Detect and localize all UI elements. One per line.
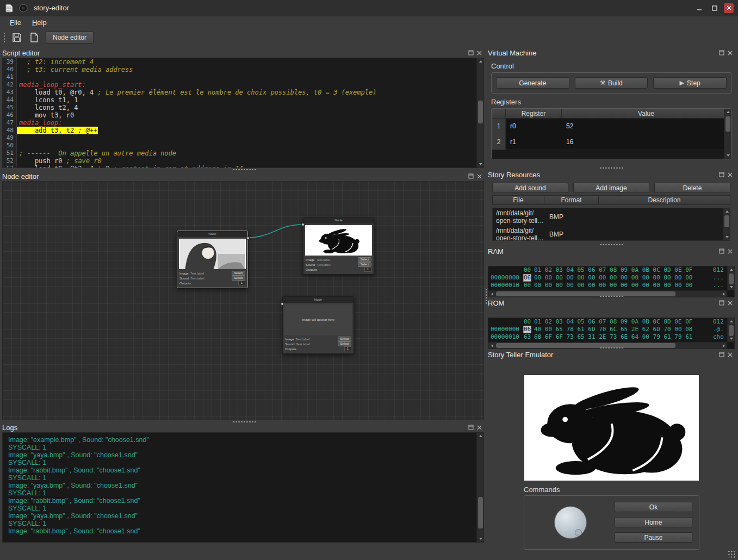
node-editor-toolbar-button[interactable]: Node editor — [46, 32, 94, 43]
script-editor-area[interactable]: 39 ; t2: increment 4 40 ; t3: current me… — [2, 58, 484, 168]
splitter-handle[interactable] — [599, 244, 623, 246]
app-record-icon — [18, 3, 28, 13]
close-panel-icon[interactable] — [476, 173, 482, 179]
node-outputs-label: Outputs — [179, 282, 191, 285]
title-bar: story-editor — [0, 0, 738, 16]
format-column-header[interactable]: Format — [544, 195, 599, 205]
float-panel-icon[interactable] — [718, 248, 724, 254]
float-panel-icon[interactable] — [468, 425, 474, 431]
pause-button[interactable]: Pause — [615, 532, 692, 543]
commands-group: Ok Home Pause — [524, 495, 699, 550]
splitter-handle[interactable] — [599, 295, 623, 297]
close-panel-icon[interactable] — [727, 248, 733, 254]
window-resize-grip[interactable] — [728, 550, 736, 558]
hex-row: 000000000640 00 65 78 61 6D 70 6C 65 2E … — [488, 326, 734, 333]
splitter-handle[interactable] — [232, 421, 256, 423]
log-line: SYSCALL: 1 — [8, 459, 483, 466]
node-canvas[interactable]: Node ImageTest.labelSelect SoundTest.lab… — [2, 181, 484, 420]
float-panel-icon[interactable] — [718, 172, 724, 178]
register-column-header[interactable]: Register — [506, 109, 562, 119]
close-panel-icon[interactable] — [727, 172, 733, 178]
rom-hex-view[interactable]: 0001 02 03 04 05 06 07 08 09 0A 0B 0C 0D… — [488, 318, 735, 349]
resource-row[interactable]: /mnt/data/git/ open-story-tell… BMP — [493, 208, 730, 226]
delete-button[interactable]: Delete — [654, 183, 730, 193]
value-column-header[interactable]: Value — [562, 109, 731, 119]
log-line: SYSCALL: 1 — [8, 489, 483, 497]
node-connection-wire — [3, 182, 483, 420]
node-image-label: Image — [306, 258, 315, 262]
code-line: 52 push r0 ; save r0 — [3, 157, 483, 165]
splitter-handle[interactable] — [599, 347, 623, 349]
log-line: Image: "rabbit.bmp" , Sound: "choose1.sn… — [8, 527, 483, 535]
add-sound-button[interactable]: Add sound — [492, 183, 568, 193]
menu-help[interactable]: Help — [28, 17, 51, 28]
add-image-button[interactable]: Add image — [573, 183, 649, 193]
media-node[interactable]: Node Image will appear here ImageTest.la… — [282, 296, 354, 354]
minimize-button[interactable] — [693, 3, 705, 13]
logs-vertical-scrollbar[interactable] — [476, 433, 483, 542]
ram-hex-view[interactable]: 0001 02 03 04 05 06 07 08 09 0A 0B 0C 0D… — [488, 266, 735, 297]
splitter-handle[interactable] — [599, 167, 623, 169]
node-outputs-spinner[interactable]: 1 — [364, 267, 371, 272]
rom-vertical-scrollbar[interactable] — [727, 318, 734, 342]
corner-header[interactable] — [492, 109, 506, 119]
node-outputs-spinner[interactable]: 1 — [344, 346, 351, 351]
panel-title: Script editor — [2, 49, 40, 57]
ok-button[interactable]: Ok — [615, 502, 692, 512]
node-outputs-spinner[interactable]: 1 — [238, 281, 245, 285]
code-line: 49 — [3, 134, 483, 142]
float-panel-icon[interactable] — [718, 352, 724, 358]
build-button[interactable]: ⚒Build — [575, 77, 648, 89]
select-sound-button[interactable]: Select — [232, 276, 245, 281]
logs-area[interactable]: Image: "example.bmp" , Sound: "choose1.s… — [2, 432, 484, 543]
close-panel-icon[interactable] — [727, 352, 733, 358]
description-column-header[interactable]: Description — [599, 195, 730, 205]
home-button[interactable]: Home — [615, 517, 692, 527]
menu-file[interactable]: File — [5, 17, 26, 28]
close-button[interactable] — [724, 3, 734, 13]
splitter-handle[interactable] — [485, 288, 487, 304]
close-panel-icon[interactable] — [727, 50, 733, 56]
script-vertical-scrollbar[interactable] — [476, 58, 483, 167]
selection-knob[interactable] — [554, 506, 587, 539]
generate-button[interactable]: Generate — [496, 77, 569, 89]
selected-byte[interactable]: 06 — [523, 274, 531, 282]
resource-row[interactable]: /mnt/data/git/ open-story-tell… BMP — [493, 226, 730, 241]
log-line: SYSCALL: 1 — [8, 444, 483, 451]
toolbar-grip[interactable] — [3, 32, 5, 43]
float-panel-icon[interactable] — [718, 50, 724, 56]
close-panel-icon[interactable] — [476, 425, 482, 431]
select-image-button[interactable]: Select — [358, 257, 371, 262]
knob-indicator — [575, 529, 582, 536]
close-panel-icon[interactable] — [727, 300, 733, 306]
input-port[interactable] — [281, 302, 284, 306]
register-row[interactable]: 2 r1 16 — [492, 134, 731, 150]
ram-vertical-scrollbar[interactable] — [727, 266, 734, 290]
float-panel-icon[interactable] — [468, 50, 474, 56]
output-port[interactable] — [246, 237, 250, 240]
register-name: r0 — [506, 119, 562, 134]
maximize-button[interactable] — [709, 3, 721, 13]
file-column-header[interactable]: File — [492, 195, 544, 205]
media-node[interactable]: Node ImageTest.labelSelect SoundTest.lab… — [303, 217, 374, 275]
step-button[interactable]: ▶Step — [653, 77, 727, 89]
select-sound-button[interactable]: Select — [338, 341, 351, 346]
node-sound-label: Sound — [179, 277, 189, 280]
float-panel-icon[interactable] — [468, 173, 474, 179]
save-icon[interactable] — [11, 32, 23, 43]
resources-scrollbar[interactable] — [723, 208, 730, 240]
export-file-icon[interactable] — [28, 32, 40, 43]
select-image-button[interactable]: Select — [232, 271, 245, 276]
float-panel-icon[interactable] — [718, 300, 724, 306]
panel-script-editor: Script editor 39 ; t2: increment 4 40 ; … — [2, 48, 484, 168]
selected-byte[interactable]: 06 — [523, 326, 531, 333]
input-port[interactable] — [301, 223, 305, 226]
select-sound-button[interactable]: Select — [358, 262, 371, 267]
register-row[interactable]: 1 r0 52 — [492, 119, 731, 134]
splitter-handle[interactable] — [232, 169, 256, 171]
panel-title: Node editor — [2, 172, 39, 181]
select-image-button[interactable]: Select — [338, 337, 351, 341]
close-panel-icon[interactable] — [476, 50, 482, 56]
media-node[interactable]: Node ImageTest.labelSelect SoundTest.lab… — [177, 231, 248, 288]
registers-scrollbar[interactable] — [724, 109, 731, 159]
